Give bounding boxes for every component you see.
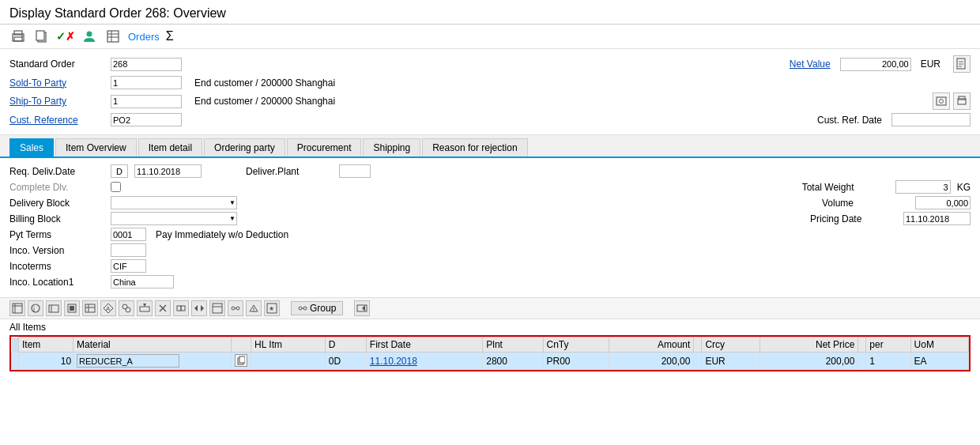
ship-to-party-input[interactable] — [111, 95, 182, 108]
items-tb-icon-7[interactable] — [119, 300, 134, 316]
pricing-date-input[interactable] — [903, 212, 971, 225]
items-tb-icon-15[interactable]: ★ — [264, 300, 280, 316]
deliver-plant-input[interactable] — [339, 164, 371, 178]
cust-ref-date-label: Cust. Ref. Date — [817, 115, 882, 126]
row-indicator — [12, 353, 19, 370]
check-cancel-icon[interactable]: ✓✗ — [57, 28, 74, 45]
person-icon[interactable] — [81, 28, 98, 45]
inco-version-input[interactable] — [111, 243, 146, 257]
svg-rect-15 — [937, 97, 946, 105]
billing-block-select[interactable] — [111, 212, 237, 225]
orders-label[interactable]: Orders — [128, 31, 160, 43]
cell-crcy: EUR — [702, 353, 760, 370]
tab-sales[interactable]: Sales — [9, 138, 54, 157]
page-title: Display Standard Order 268: Overview — [0, 0, 980, 25]
items-tb-icon-2[interactable]: i — [28, 300, 43, 316]
cell-plnt: 2800 — [483, 353, 543, 370]
req-deliv-date-flag[interactable] — [111, 164, 128, 178]
photo-icon[interactable] — [933, 92, 950, 110]
incoterms-input[interactable] — [111, 259, 146, 273]
svg-marker-42 — [201, 305, 204, 311]
inco-location1-label: Inco. Location1 — [9, 277, 104, 288]
items-tb-icon-8[interactable] — [137, 300, 153, 316]
svg-rect-19 — [13, 304, 22, 313]
svg-marker-41 — [194, 305, 198, 311]
items-table-container: Item Material HL Itm D First Date Plnt C… — [9, 335, 971, 371]
total-weight-input[interactable] — [895, 180, 951, 194]
cell-per: 1 — [866, 353, 910, 370]
volume-label: Volume — [822, 198, 909, 209]
cust-reference-input[interactable] — [111, 113, 182, 126]
net-value-label[interactable]: Net Value — [790, 58, 831, 70]
svg-point-45 — [232, 307, 235, 310]
cell-amount: 200,00 — [609, 353, 694, 370]
th-d: D — [325, 338, 366, 353]
print-icon[interactable] — [9, 28, 27, 45]
ship-to-party-label[interactable]: Ship-To Party — [9, 96, 104, 107]
pyt-terms-code-input[interactable] — [111, 228, 146, 241]
tab-item-detail[interactable]: Item detail — [138, 138, 202, 157]
table-icon[interactable] — [104, 28, 122, 45]
cust-reference-label[interactable]: Cust. Reference — [9, 115, 104, 126]
cell-material[interactable] — [74, 353, 232, 370]
items-tb-icon-9[interactable] — [155, 300, 171, 316]
items-tb-icon-6[interactable]: A — [100, 300, 116, 316]
tab-shipping[interactable]: Shipping — [363, 138, 420, 157]
net-value-input[interactable] — [840, 58, 911, 71]
inco-location1-input[interactable] — [111, 275, 174, 288]
cell-item: 10 — [19, 353, 74, 370]
volume-input[interactable] — [915, 196, 971, 209]
items-tb-icon-5[interactable] — [82, 300, 98, 316]
svg-rect-27 — [70, 306, 74, 311]
svg-rect-24 — [49, 305, 58, 312]
th-crcy: Crcy — [702, 338, 760, 353]
cell-uom: EA — [910, 353, 968, 370]
print2-icon[interactable] — [953, 92, 971, 110]
items-tb-icon-3[interactable] — [46, 300, 62, 316]
inco-version-label: Inco. Version — [9, 245, 104, 256]
tab-reason-for-rejection[interactable]: Reason for rejection — [422, 138, 527, 157]
standard-order-input[interactable] — [111, 58, 182, 71]
material-input[interactable] — [77, 354, 179, 368]
items-tb-icon-11[interactable] — [191, 300, 207, 316]
th-icon — [232, 338, 251, 353]
items-tb-icon-14[interactable] — [246, 300, 262, 316]
svg-marker-57 — [362, 305, 365, 311]
svg-rect-28 — [85, 304, 95, 312]
standard-order-label: Standard Order — [9, 58, 104, 70]
sold-to-party-label[interactable]: Sold-To Party — [9, 77, 104, 89]
th-empty2 — [858, 338, 866, 353]
cell-copy-icon[interactable] — [232, 353, 251, 370]
th-per: per — [866, 338, 910, 353]
items-tb-icon-12[interactable] — [209, 300, 225, 316]
svg-point-46 — [236, 307, 239, 310]
doc-icon[interactable] — [953, 55, 971, 73]
items-tb-icon-13[interactable] — [228, 300, 243, 316]
th-plnt: Plnt — [483, 338, 543, 353]
tab-procurement[interactable]: Procurement — [287, 138, 362, 157]
items-tb-icon-16[interactable] — [354, 300, 370, 316]
svg-point-53 — [299, 307, 302, 310]
svg-marker-36 — [143, 304, 146, 307]
copy-row-icon[interactable] — [235, 354, 247, 367]
tab-ordering-party[interactable]: Ordering party — [204, 138, 285, 157]
cell-hl-itm — [251, 353, 326, 370]
sigma-icon[interactable]: Σ — [166, 29, 174, 43]
th-material: Material — [74, 338, 232, 353]
svg-rect-7 — [107, 31, 119, 42]
tab-item-overview[interactable]: Item Overview — [55, 138, 137, 157]
billing-block-label: Billing Block — [9, 213, 104, 224]
req-deliv-date-input[interactable] — [134, 164, 202, 178]
total-weight-label: Total Weight — [802, 182, 889, 193]
delivery-block-select[interactable] — [111, 196, 237, 209]
cust-ref-date-input[interactable] — [891, 113, 971, 126]
copy-icon[interactable] — [33, 28, 51, 45]
sold-to-party-input[interactable] — [111, 76, 182, 89]
svg-rect-35 — [140, 307, 149, 311]
group-button[interactable]: Group — [291, 301, 343, 315]
items-tb-icon-4[interactable] — [64, 300, 80, 316]
table-row[interactable]: 10 0D 11.10.2018 2800 — [12, 353, 969, 370]
complete-dlv-checkbox[interactable] — [111, 182, 121, 192]
items-tb-icon-10[interactable] — [173, 300, 189, 316]
items-tb-icon-1[interactable] — [9, 300, 25, 316]
